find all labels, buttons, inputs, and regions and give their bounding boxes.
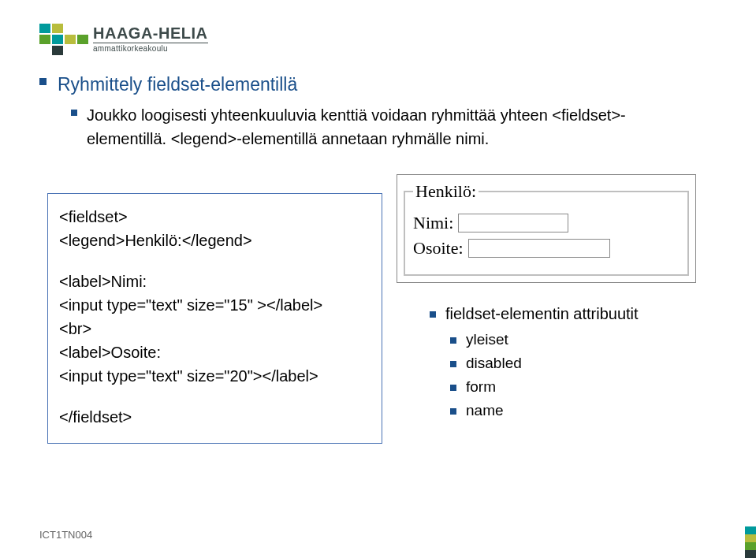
- bullet-icon: [71, 110, 77, 116]
- logo: HAAGA-HELIA ammattikorkeakoulu: [39, 22, 717, 55]
- logo-subtitle: ammattikorkeakoulu: [93, 43, 208, 53]
- logo-mark-icon: [39, 22, 85, 55]
- code-example-box: <fieldset> <legend>Henkilö:</legend> <la…: [47, 193, 382, 444]
- corner-decoration-icon: [745, 526, 756, 558]
- preview-fieldset: Henkilö: Nimi: Osoite:: [404, 181, 689, 276]
- logo-title: HAAGA-HELIA: [93, 25, 208, 41]
- code-line: <fieldset>: [59, 205, 371, 229]
- attr-item: name: [450, 402, 717, 419]
- preview-legend: Henkilö:: [413, 181, 479, 202]
- code-line: <br>: [59, 317, 371, 340]
- preview-label-nimi: Nimi:: [413, 213, 453, 233]
- preview-row-osoite: Osoite:: [413, 238, 680, 259]
- heading-text: Ryhmittely fieldset-elementillä: [58, 73, 297, 97]
- bullet-icon: [450, 361, 456, 367]
- code-line: <input type="text" size="15" ></label>: [59, 293, 371, 317]
- attr-item-text: yleiset: [466, 331, 508, 348]
- attr-item: yleiset: [450, 331, 717, 348]
- attr-item-text: form: [466, 378, 496, 396]
- attr-item: disabled: [450, 355, 717, 372]
- code-line: <label>Nimi:: [59, 270, 371, 293]
- attr-heading-text: fieldset-elementin attribuutit: [445, 305, 639, 323]
- preview-label-osoite: Osoite:: [413, 238, 464, 259]
- attr-heading: fieldset-elementin attribuutit: [430, 305, 717, 323]
- preview-input-nimi[interactable]: [458, 214, 568, 232]
- bullet-icon: [39, 78, 47, 85]
- slide-subtext: Joukko loogisesti yhteenkuuluvia kenttiä…: [71, 103, 717, 151]
- attr-item-text: name: [466, 402, 504, 419]
- bullet-icon: [430, 311, 436, 318]
- rendered-form-preview: Henkilö: Nimi: Osoite:: [397, 174, 696, 283]
- bullet-icon: [450, 385, 456, 391]
- slide-heading: Ryhmittely fieldset-elementillä: [39, 73, 717, 97]
- attr-item-text: disabled: [466, 355, 522, 372]
- preview-row-nimi: Nimi:: [413, 213, 680, 233]
- course-code: ICT1TN004: [39, 529, 92, 541]
- code-line: </fieldset>: [59, 405, 371, 429]
- code-line: <label>Osoite:: [59, 340, 371, 364]
- bullet-icon: [450, 337, 456, 344]
- preview-input-osoite[interactable]: [468, 239, 610, 258]
- bullet-icon: [450, 408, 456, 415]
- subtext-text: Joukko loogisesti yhteenkuuluvia kenttiä…: [87, 103, 670, 151]
- code-line: <input type="text" size="20"></label>: [59, 364, 371, 388]
- code-line: <legend>Henkilö:</legend>: [59, 229, 371, 252]
- attr-item: form: [450, 378, 717, 396]
